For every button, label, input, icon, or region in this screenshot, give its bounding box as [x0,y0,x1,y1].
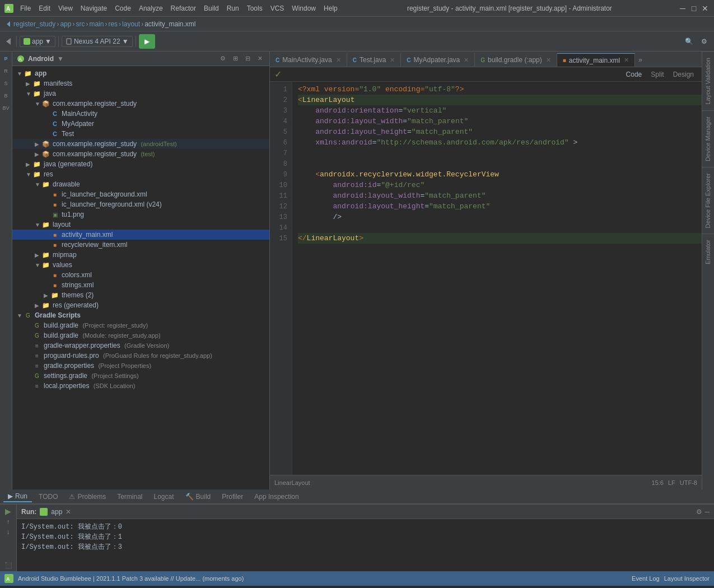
run-wrap-button[interactable]: ⬛ [4,562,12,569]
device-file-explorer-tab[interactable]: Device File Explorer [702,167,714,234]
tab-close-activity-main[interactable]: ✕ [624,57,629,64]
code-editor[interactable]: 1 2 3 4 5 6 7 8 9 10 11 12 13 14 15 <?xm… [270,82,702,475]
tree-item-package-main[interactable]: ▼ 📦 com.example.register_study [12,99,269,109]
tree-item-settings-gradle[interactable]: G settings.gradle (Project Settings) [12,371,269,381]
layout-validation-tab[interactable]: Layout Validation [702,52,714,110]
settings-button[interactable]: ⚙ [698,34,711,49]
build-variants-icon[interactable]: BV [1,103,11,113]
tree-item-build-gradle-proj[interactable]: G build.gradle (Project: register_study) [12,320,269,330]
menu-code[interactable]: Code [111,3,134,13]
run-close-icon[interactable]: ─ [704,508,710,516]
tab-build-gradle[interactable]: G build.gradle (:app) ✕ [475,53,557,67]
tab-close-mainactivity[interactable]: ✕ [336,57,341,64]
emulator-tab[interactable]: Emulator [702,234,714,270]
tree-item-values[interactable]: ▼ 📁 values [12,260,269,270]
tree-item-gradle-properties[interactable]: ≡ gradle.properties (Project Properties) [12,361,269,371]
menu-tools[interactable]: Tools [244,3,266,13]
structure-icon[interactable]: S [1,78,11,88]
build-tab[interactable]: 🔨 Build [181,492,216,502]
design-view-button[interactable]: Design [670,69,697,80]
menu-bar[interactable]: File Edit View Navigate Code Analyze Ref… [17,3,341,13]
tree-item-layout[interactable]: ▼ 📁 layout [12,220,269,230]
split-view-button[interactable]: Split [647,69,667,80]
menu-run[interactable]: Run [223,3,242,13]
tree-item-gradle-wrapper[interactable]: ≡ gradle-wrapper.properties (Gradle Vers… [12,340,269,351]
device-selector[interactable]: Nexus 4 API 22 ▼ [62,36,133,47]
tree-item-local-properties[interactable]: ≡ local.properties (SDK Location) [12,381,269,391]
menu-view[interactable]: View [55,3,76,13]
expand-all-icon[interactable]: ⊞ [230,54,240,64]
window-controls[interactable]: ─ □ ✕ [678,4,710,13]
tree-item-package-test[interactable]: ▶ 📦 com.example.register_study (test) [12,149,269,159]
resource-manager-icon[interactable]: R [1,66,11,76]
tree-item-ic-launcher-fg[interactable]: ■ ic_launcher_foreground.xml (v24) [12,199,269,209]
back-icon[interactable] [4,20,12,28]
breadcrumb-part-3[interactable]: main [89,20,104,28]
run-button[interactable]: ▶ [139,34,155,49]
tree-item-tu1[interactable]: ▣ tu1.png [12,209,269,220]
breadcrumb-part-4[interactable]: res [108,20,118,28]
menu-edit[interactable]: Edit [35,3,54,13]
minimize-button[interactable]: ─ [678,4,687,13]
run-tab[interactable]: ▶ Run [3,491,32,502]
tree-item-gradle-scripts[interactable]: ▼ G Gradle Scripts [12,310,269,320]
device-manager-tab[interactable]: Device Manager [702,110,714,167]
breadcrumb-part-6[interactable]: activity_main.xml [144,20,195,28]
menu-window[interactable]: Window [288,3,319,13]
menu-file[interactable]: File [17,3,34,13]
more-tabs-button[interactable]: » [635,53,646,67]
app-inspection-tab[interactable]: App Inspection [250,492,303,502]
layout-inspector-button[interactable]: Layout Inspector [664,575,710,582]
project-icon[interactable]: P [1,54,11,64]
event-log-button[interactable]: Event Log [632,575,660,582]
tab-test[interactable]: C Test.java ✕ [347,53,402,67]
bookmarks-icon[interactable]: B [1,91,11,101]
run-tab-close[interactable]: ✕ [66,508,71,516]
breadcrumb-part-1[interactable]: app [60,20,71,28]
tab-close-test[interactable]: ✕ [390,57,395,64]
logcat-tab[interactable]: Logcat [150,492,179,502]
tree-item-java-generated[interactable]: ▶ 📁 java (generated) [12,159,269,169]
close-button[interactable]: ✕ [701,4,710,13]
tab-close-myadpater[interactable]: ✕ [464,57,469,64]
todo-tab[interactable]: TODO [34,492,62,502]
menu-analyze[interactable]: Analyze [136,3,166,13]
tree-item-build-gradle-app[interactable]: G build.gradle (Module: register_study.a… [12,330,269,340]
tree-item-ic-launcher-bg[interactable]: ■ ic_launcher_background.xml [12,189,269,199]
collapse-all-icon[interactable]: ⊟ [242,54,253,64]
tree-item-myadpater[interactable]: C MyAdpater [12,119,269,129]
terminal-tab[interactable]: Terminal [113,492,147,502]
menu-help[interactable]: Help [320,3,341,13]
hide-panel-icon[interactable]: ✕ [255,54,265,64]
back-nav-icon[interactable] [3,36,13,46]
maximize-button[interactable]: □ [689,4,698,13]
tree-item-test[interactable]: C Test [12,129,269,139]
menu-refactor[interactable]: Refactor [167,3,199,13]
tree-item-proguard[interactable]: ≡ proguard-rules.pro (ProGuard Rules for… [12,351,269,361]
breadcrumb-part-5[interactable]: layout [122,20,140,28]
tree-item-manifests[interactable]: ▶ 📁 manifests [12,78,269,88]
code-content[interactable]: <?xml version="1.0" encoding="utf-8"?> <… [292,82,702,475]
run-scroll-down-button[interactable]: ↓ [7,528,10,536]
breadcrumb-part-2[interactable]: src [76,20,85,28]
run-scroll-up-button[interactable]: ↑ [7,518,10,526]
tree-item-themes[interactable]: ▶ 📁 themes (2) [12,290,269,300]
tree-item-java[interactable]: ▼ 📁 java [12,88,269,99]
menu-build[interactable]: Build [200,3,222,13]
cog-icon[interactable]: ⚙ [218,54,228,64]
search-button[interactable]: 🔍 [682,34,697,49]
tab-myadpater[interactable]: C MyAdpater.java ✕ [401,53,475,67]
panel-dropdown-icon[interactable]: ▼ [57,55,64,63]
breadcrumb-part-0[interactable]: register_study [13,20,55,28]
profiler-tab[interactable]: Profiler [217,492,248,502]
tab-mainactivity[interactable]: C MainActivity.java ✕ [270,53,347,67]
tree-item-recyclerview-item[interactable]: ■ recyclerview_item.xml [12,240,269,250]
tree-item-mainactivity[interactable]: C MainActivity [12,109,269,119]
tree-item-mipmap[interactable]: ▶ 📁 mipmap [12,250,269,260]
tree-item-package-androidtest[interactable]: ▶ 📦 com.example.register_study (androidT… [12,139,269,149]
run-settings-icon[interactable]: ⚙ [696,508,702,516]
tree-item-app[interactable]: ▼ 📁 app [12,68,269,78]
configuration-selector[interactable]: app ▼ [20,36,55,47]
tree-item-activity-main[interactable]: ■ activity_main.xml [12,230,269,240]
tab-activity-main[interactable]: ■ activity_main.xml ✕ [557,53,635,67]
